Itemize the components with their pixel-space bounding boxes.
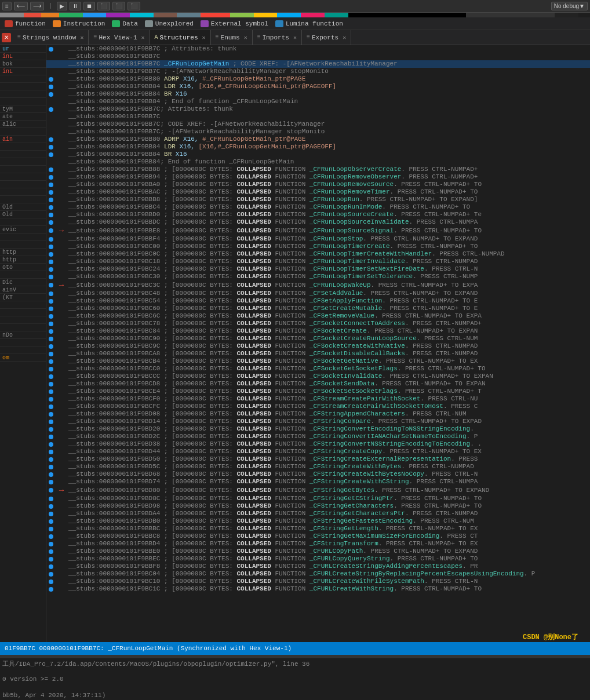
code-line-ldr[interactable]: __stubs:0000000101F9BB84 LDR X16, [X16,#…: [46, 83, 590, 90]
code-line-collapsed-56[interactable]: __stubs:0000000101F9BBC8 ; [0000000C BYT…: [46, 533, 590, 540]
code-line-collapsed-0[interactable]: __stubs:0000000101F9BB7C; Attributes: th…: [46, 105, 590, 113]
code-line-collapsed-2[interactable]: __stubs:0000000101F9BB7C; CODE XREF: -[A…: [46, 121, 590, 128]
code-line-collapsed-5[interactable]: __stubs:0000000101F9BB84 LDR X16, [X16,#…: [46, 143, 590, 151]
code-line-collapsed-62[interactable]: __stubs:0000000101F9BC10 ; [0000000C BYT…: [46, 578, 590, 585]
code-line-collapsed-57[interactable]: __stubs:0000000101F9BBD4 ; [0000000C BYT…: [46, 540, 590, 548]
code-line-collapsed-19[interactable]: __stubs:0000000101F9BC0C ; [0000000C BYT…: [46, 250, 590, 258]
code-line-collapsed-3[interactable]: __stubs:0000000101F9BB7C; -[AFNetworkRea…: [46, 128, 590, 136]
legend-instruction[interactable]: Instruction: [53, 20, 105, 27]
code-line-collapsed-8[interactable]: __stubs:0000000101F9BB88 ; [0000000C BYT…: [46, 166, 590, 173]
toolbar-btn-2[interactable]: ⏸: [70, 2, 81, 10]
code-line-thunk[interactable]: __stubs:0000000101F9BB7C ; Attributes: t…: [46, 45, 590, 53]
code-line-collapsed-45[interactable]: __stubs:0000000101F9BD44 ; [0000000C BYT…: [46, 448, 590, 455]
code-line-collapsed-51[interactable]: __stubs:0000000101F9BD8C ; [0000000C BYT…: [46, 495, 590, 502]
code-line-collapsed-16[interactable]: →__stubs:0000000101F9BBE8 ; [0000000C BY…: [46, 226, 590, 235]
debug-label-btn[interactable]: No debug▼: [551, 2, 588, 10]
code-line-collapsed-21[interactable]: __stubs:0000000101F9BC24 ; [0000000C BYT…: [46, 265, 590, 273]
code-line-collapsed-53[interactable]: __stubs:0000000101F9BDA4 ; [0000000C BYT…: [46, 510, 590, 517]
code-line-collapsed-59[interactable]: __stubs:0000000101F9BBEC ; [0000000C BYT…: [46, 555, 590, 563]
toolbar-btn-4[interactable]: ⬛: [97, 2, 110, 10]
code-line-collapsed-55[interactable]: __stubs:0000000101F9BBBC ; [0000000C BYT…: [46, 525, 590, 533]
code-line-collapsed-10[interactable]: __stubs:0000000101F9BBA0 ; [0000000C BYT…: [46, 181, 590, 188]
code-line-collapsed-60[interactable]: __stubs:0000000101F9BBF8 ; [0000000C BYT…: [46, 563, 590, 570]
code-line-collapsed-29[interactable]: __stubs:0000000101F9BC84 ; [0000000C BYT…: [46, 327, 590, 335]
code-line-collapsed-6[interactable]: __stubs:0000000101F9BB84 BR X16: [46, 151, 590, 158]
code-line-collapsed-27[interactable]: __stubs:0000000101F9BC6C ; [0000000C BYT…: [46, 312, 590, 320]
tab-hex-view[interactable]: ≡ Hex View-1 ✕: [89, 30, 150, 45]
toolbar-btn-6[interactable]: ⬛: [128, 2, 140, 10]
code-line-collapsed-36[interactable]: __stubs:0000000101F9BCD8 ; [0000000C BYT…: [46, 380, 590, 388]
structures-close-icon[interactable]: ✕: [202, 34, 206, 41]
toolbar-btn-5[interactable]: ⬛: [112, 2, 125, 10]
code-line-collapsed-18[interactable]: __stubs:0000000101F9BC00 ; [0000000C BYT…: [46, 243, 590, 250]
code-line-collapsed-22[interactable]: __stubs:0000000101F9BC30 ; [0000000C BYT…: [46, 273, 590, 280]
code-line-collapsed-48[interactable]: __stubs:0000000101F9BD68 ; [0000000C BYT…: [46, 471, 590, 478]
legend-unexplored[interactable]: Unexplored: [145, 20, 194, 27]
code-line-blank1[interactable]: __stubs:0000000101F9BB7C: [46, 53, 590, 60]
code-line-collapsed-40[interactable]: __stubs:0000000101F9BD08 ; [0000000C BYT…: [46, 410, 590, 418]
tab-strings[interactable]: ≡ Strings window ✕: [13, 30, 89, 45]
legend-data[interactable]: Data: [112, 20, 137, 27]
code-line-collapsed-61[interactable]: __stubs:0000000101F9BC04 ; [0000000C BYT…: [46, 570, 590, 578]
code-line-collapsed-25[interactable]: __stubs:0000000101F9BC54 ; [0000000C BYT…: [46, 297, 590, 305]
legend-lumina[interactable]: Lumina function: [275, 20, 343, 27]
code-line-collapsed-50[interactable]: →__stubs:0000000101F9BD80 ; [0000000C BY…: [46, 486, 590, 495]
tab-enums[interactable]: ≡ Enums ✕: [211, 30, 253, 45]
code-line-collapsed-43[interactable]: __stubs:0000000101F9BD2C ; [0000000C BYT…: [46, 433, 590, 440]
code-line-collapsed-58[interactable]: __stubs:0000000101F9BBE0 ; [0000000C BYT…: [46, 548, 590, 555]
code-line-collapsed-52[interactable]: __stubs:0000000101F9BD98 ; [0000000C BYT…: [46, 502, 590, 510]
code-line-collapsed-35[interactable]: __stubs:0000000101F9BCCC ; [0000000C BYT…: [46, 373, 590, 380]
tab-imports[interactable]: ≡ Imports ✕: [253, 30, 302, 45]
legend-external[interactable]: External symbol: [201, 20, 268, 27]
toolbar-menu-btn[interactable]: ≡: [2, 2, 12, 10]
code-line-collapsed-4[interactable]: __stubs:0000000101F9BB80 ADRP X16, #_CFR…: [46, 136, 590, 143]
code-line-collapsed-42[interactable]: __stubs:0000000101F9BD20 ; [0000000C BYT…: [46, 425, 590, 433]
code-line-collapsed-20[interactable]: __stubs:0000000101F9BC18 ; [0000000C BYT…: [46, 258, 590, 265]
code-line-collapsed-12[interactable]: __stubs:0000000101F9BBB8 ; [0000000C BYT…: [46, 196, 590, 203]
code-line-collapsed-14[interactable]: __stubs:0000000101F9BBD0 ; [0000000C BYT…: [46, 211, 590, 218]
imports-close-icon[interactable]: ✕: [293, 34, 297, 41]
code-line-collapsed-26[interactable]: __stubs:0000000101F9BC60 ; [0000000C BYT…: [46, 305, 590, 312]
code-line-collapsed-7[interactable]: __stubs:0000000101F9BB84; End of functio…: [46, 158, 590, 166]
code-line-collapsed-54[interactable]: __stubs:0000000101F9BDB0 ; [0000000C BYT…: [46, 517, 590, 525]
toolbar-back-btn[interactable]: ⟵: [14, 2, 28, 10]
toolbar-btn-3[interactable]: ⏹: [83, 2, 95, 10]
hex-close-icon[interactable]: ✕: [141, 34, 145, 41]
code-line-cfrrl[interactable]: __stubs:0000000101F9BB7C _CFRunLoopGetMa…: [46, 60, 590, 68]
code-line-collapsed-33[interactable]: __stubs:0000000101F9BCB4 ; [0000000C BYT…: [46, 358, 590, 365]
enums-close-icon[interactable]: ✕: [244, 34, 247, 41]
code-line-collapsed-31[interactable]: __stubs:0000000101F9BC9C ; [0000000C BYT…: [46, 342, 590, 350]
code-line-collapsed-49[interactable]: __stubs:0000000101F9BD74 ; [0000000C BYT…: [46, 478, 590, 486]
code-line-collapsed-32[interactable]: __stubs:0000000101F9BCA8 ; [0000000C BYT…: [46, 350, 590, 358]
code-line-collapsed-23[interactable]: →__stubs:0000000101F9BC3C ; [0000000C BY…: [46, 280, 590, 290]
strings-close-icon[interactable]: ✕: [80, 34, 83, 41]
code-line-endfunc[interactable]: __stubs:0000000101F9BB84 ; End of functi…: [46, 98, 590, 105]
code-line-adrp[interactable]: __stubs:0000000101F9BB80 ADRP X16, #_CFR…: [46, 75, 590, 83]
code-line-collapsed-28[interactable]: __stubs:0000000101F9BC78 ; [0000000C BYT…: [46, 320, 590, 327]
code-line-collapsed-38[interactable]: __stubs:0000000101F9BCF0 ; [0000000C BYT…: [46, 395, 590, 403]
code-line-collapsed-9[interactable]: __stubs:0000000101F9BB94 ; [0000000C BYT…: [46, 173, 590, 181]
code-line-collapsed-46[interactable]: __stubs:0000000101F9BD50 ; [0000000C BYT…: [46, 455, 590, 463]
code-line-xref2[interactable]: __stubs:0000000101F9BB7C ; -[AFNetworkRe…: [46, 68, 590, 75]
code-line-collapsed-1[interactable]: __stubs:0000000101F9BB7C: [46, 113, 590, 121]
code-line-collapsed-41[interactable]: __stubs:0000000101F9BD14 ; [0000000C BYT…: [46, 418, 590, 425]
tab-exports[interactable]: ≡ Exports ✕: [302, 30, 351, 45]
code-line-collapsed-47[interactable]: __stubs:0000000101F9BD5C ; [0000000C BYT…: [46, 463, 590, 471]
code-line-collapsed-11[interactable]: __stubs:0000000101F9BBAC ; [0000000C BYT…: [46, 188, 590, 196]
toolbar-btn-1[interactable]: ▶: [57, 2, 67, 10]
toolbar-forward-btn[interactable]: ⟶: [30, 2, 44, 10]
code-line-br[interactable]: __stubs:0000000101F9BB84 BR X16: [46, 90, 590, 98]
code-line-collapsed-34[interactable]: __stubs:0000000101F9BCC0 ; [0000000C BYT…: [46, 365, 590, 373]
tab-close-all-btn[interactable]: ✕: [2, 33, 11, 42]
tab-structures[interactable]: A Structures ✕: [150, 30, 211, 45]
code-line-collapsed-24[interactable]: __stubs:0000000101F9BC48 ; [0000000C BYT…: [46, 290, 590, 297]
code-line-collapsed-63[interactable]: __stubs:0000000101F9BC1C ; [0000000C BYT…: [46, 585, 590, 593]
code-line-collapsed-15[interactable]: __stubs:0000000101F9BBDC ; [0000000C BYT…: [46, 218, 590, 226]
code-line-collapsed-37[interactable]: __stubs:0000000101F9BCE4 ; [0000000C BYT…: [46, 388, 590, 395]
code-line-collapsed-30[interactable]: __stubs:0000000101F9BC90 ; [0000000C BYT…: [46, 335, 590, 342]
code-line-collapsed-39[interactable]: __stubs:0000000101F9BCFC ; [0000000C BYT…: [46, 403, 590, 410]
code-line-collapsed-44[interactable]: __stubs:0000000101F9BD38 ; [0000000C BYT…: [46, 440, 590, 448]
code-line-collapsed-17[interactable]: __stubs:0000000101F9BBF4 ; [0000000C BYT…: [46, 235, 590, 243]
code-line-collapsed-13[interactable]: __stubs:0000000101F9BBC4 ; [0000000C BYT…: [46, 203, 590, 211]
legend-function[interactable]: function: [5, 20, 46, 27]
